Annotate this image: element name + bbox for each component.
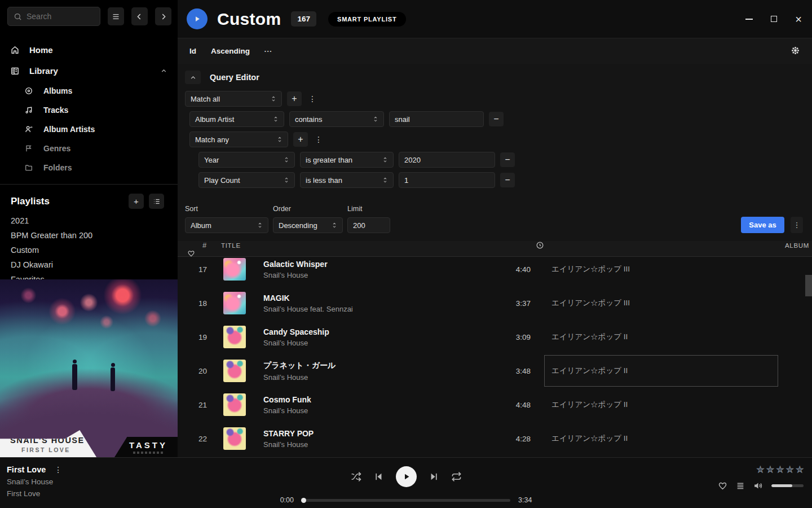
volume-button[interactable] — [753, 481, 763, 491]
menu-button[interactable] — [108, 7, 124, 25]
add-playlist-button[interactable]: + — [129, 194, 144, 209]
seek-thumb[interactable] — [301, 498, 306, 503]
limit-input[interactable] — [347, 217, 390, 233]
playlist-list-button[interactable] — [149, 194, 164, 209]
next-track-button[interactable] — [429, 472, 439, 481]
star-icon[interactable]: ★ — [796, 465, 804, 474]
group-match-select[interactable]: Match any — [189, 132, 288, 147]
rule-field-select[interactable]: Album Artist — [189, 111, 284, 127]
column-album[interactable]: ALBUM — [778, 242, 812, 249]
window-maximize-button[interactable] — [768, 14, 779, 25]
track-artist[interactable]: Snail’s House — [263, 373, 486, 382]
table-row[interactable]: 18 MAGIKSnail’s House feat. Sennzai 3:37… — [178, 286, 812, 320]
sort-field-button[interactable]: Id — [189, 47, 196, 55]
table-row[interactable]: 19 Candy SpaceshipSnail’s House 3:09 エイリ… — [178, 320, 812, 354]
collapse-query-editor-button[interactable] — [185, 71, 201, 84]
remove-rule-button[interactable]: − — [500, 173, 515, 187]
add-rule-button[interactable]: + — [293, 132, 308, 147]
rule-operator-select[interactable]: contains — [289, 111, 384, 127]
track-artist[interactable]: Snail’s House — [263, 406, 486, 415]
sort-direction-button[interactable]: Ascending — [211, 47, 250, 55]
scrollbar-thumb[interactable] — [805, 275, 812, 296]
volume-slider[interactable] — [771, 484, 804, 487]
chevron-right-icon — [159, 12, 167, 21]
now-playing-album[interactable]: First Love — [7, 489, 64, 498]
column-favorite[interactable] — [178, 249, 211, 257]
track-artist[interactable]: Snail’s House — [263, 440, 486, 449]
sidebar-item-folders[interactable]: Folders — [0, 158, 178, 177]
window-minimize-button[interactable] — [743, 14, 754, 25]
now-playing-album-art[interactable]: SNAIL'S HOUSE FIRST LOVE TASTY — [0, 279, 178, 457]
sidebar-item-genres[interactable]: Genres — [0, 139, 178, 158]
sidebar-item-album-artists[interactable]: Album Artists — [0, 120, 178, 139]
shuffle-button[interactable] — [351, 471, 361, 482]
track-album[interactable]: エイリアン☆ポップ II — [544, 423, 778, 454]
add-rule-button[interactable]: + — [287, 91, 302, 106]
table-row[interactable]: 21 Cosmo FunkSnail’s House 4:48 エイリアン☆ポッ… — [178, 388, 812, 422]
playlist-item[interactable]: 2021 — [0, 213, 178, 228]
track-album-focused-cell[interactable]: エイリアン☆ポップ II — [544, 355, 778, 387]
previous-track-button[interactable] — [374, 472, 383, 481]
settings-button[interactable] — [791, 46, 800, 57]
play-pause-button[interactable] — [396, 466, 417, 487]
table-row[interactable]: 22 STARRY POPSnail’s House 4:28 エイリアン☆ポッ… — [178, 422, 812, 456]
playlist-item[interactable]: BPM Greater than 200 — [0, 228, 178, 243]
star-icon[interactable]: ★ — [776, 465, 784, 474]
save-options-button[interactable]: ⋮ — [791, 217, 803, 233]
playlist-item[interactable]: DJ Okawari — [0, 257, 178, 272]
query-sort-select[interactable]: Album — [185, 217, 268, 233]
rule-field-select[interactable]: Play Count — [198, 172, 295, 188]
skip-forward-icon — [429, 472, 439, 481]
track-artist[interactable]: Snail’s House — [263, 339, 486, 347]
track-album[interactable]: エイリアン☆ポップ III — [544, 253, 778, 285]
rule-value-input[interactable] — [399, 152, 495, 168]
table-row[interactable]: 20 プラネット・ガールSnail’s House 3:48 エイリアン☆ポップ… — [178, 354, 812, 388]
rule-group-menu-button[interactable]: ⋮ — [307, 94, 318, 103]
now-playing-title[interactable]: First Love — [7, 465, 46, 474]
column-title[interactable]: TITLE — [211, 242, 486, 249]
column-index[interactable]: # — [178, 241, 211, 249]
home-icon — [10, 45, 20, 55]
query-order-select[interactable]: Descending — [273, 217, 343, 233]
queue-button[interactable] — [736, 481, 745, 491]
column-duration[interactable] — [536, 241, 544, 249]
sidebar-item-albums[interactable]: Albums — [0, 81, 178, 100]
nav-forward-button[interactable] — [155, 7, 171, 25]
track-album[interactable]: エイリアン☆ポップ III — [544, 287, 778, 319]
nav-back-button[interactable] — [131, 7, 148, 25]
play-playlist-button[interactable] — [187, 8, 208, 29]
track-artist[interactable]: Snail’s House feat. Sennzai — [263, 305, 486, 313]
root-match-select[interactable]: Match all — [185, 91, 282, 107]
track-album[interactable]: エイリアン☆ポップ II — [544, 389, 778, 421]
playlists-title: Playlists — [11, 196, 123, 207]
rule-value-input[interactable] — [389, 111, 484, 127]
favorite-button[interactable] — [718, 481, 727, 491]
sidebar-item-library[interactable]: Library — [0, 60, 178, 81]
remove-rule-button[interactable]: − — [489, 112, 504, 126]
playlist-item[interactable]: Custom — [0, 243, 178, 257]
repeat-button[interactable] — [451, 471, 462, 482]
remove-rule-button[interactable]: − — [500, 152, 515, 167]
sidebar-item-tracks[interactable]: Tracks — [0, 100, 178, 120]
sidebar-item-home[interactable]: Home — [0, 40, 178, 60]
now-playing-artist[interactable]: Snail’s House — [7, 478, 64, 486]
more-options-button[interactable]: ••• — [264, 49, 272, 54]
star-icon[interactable]: ★ — [757, 465, 764, 474]
track-album[interactable]: エイリアン☆ポップ II — [544, 321, 778, 353]
seek-bar[interactable] — [302, 499, 510, 502]
rule-group-menu-button[interactable]: ⋮ — [313, 135, 324, 144]
now-playing-menu-button[interactable]: ⋮ — [52, 465, 64, 474]
rule-field-select[interactable]: Year — [198, 152, 295, 168]
repeat-icon — [451, 471, 462, 482]
rule-value-input[interactable] — [399, 172, 495, 188]
star-icon[interactable]: ★ — [766, 465, 774, 474]
rule-operator-select[interactable]: is greater than — [300, 152, 394, 168]
rule-operator-select[interactable]: is less than — [300, 172, 394, 188]
search-box[interactable] — [7, 7, 100, 26]
search-input[interactable] — [27, 12, 89, 21]
track-artist[interactable]: Snail’s House — [263, 271, 486, 279]
table-row[interactable]: 17 Galactic WhisperSnail’s House 4:40 エイ… — [178, 252, 812, 286]
save-as-button[interactable]: Save as — [741, 217, 784, 233]
window-close-button[interactable]: × — [793, 14, 804, 25]
star-icon[interactable]: ★ — [786, 465, 793, 474]
